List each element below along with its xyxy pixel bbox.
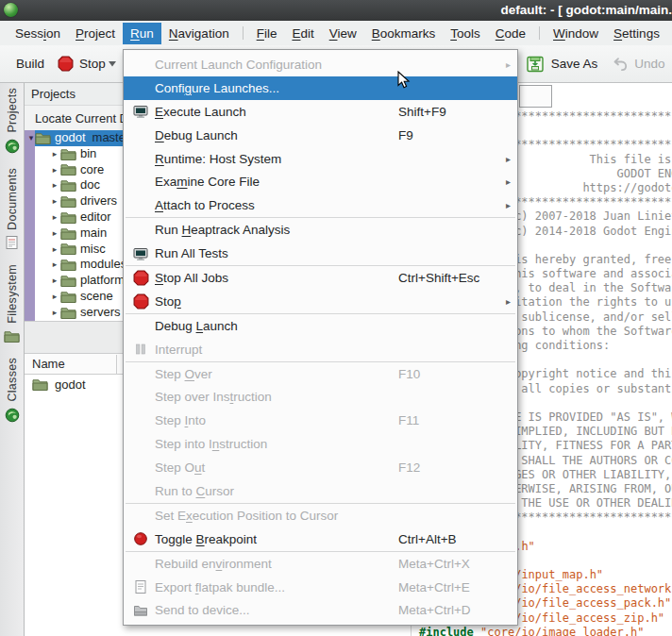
build-button[interactable]: Build (9, 51, 51, 76)
document-icon (130, 579, 151, 594)
sidebar-tab-documents[interactable]: Documents (5, 168, 19, 251)
menu-item-step-into-instruction[interactable]: Step into Instruction (124, 432, 517, 456)
menu-item-set-execution-position-to-cursor[interactable]: Set Execution Position to Cursor (124, 504, 517, 527)
expander-icon[interactable]: ▸ (49, 289, 60, 305)
sidebar-tab-label: Documents (6, 168, 19, 230)
sidebar-tab-label: Projects (6, 88, 19, 133)
submenu-arrow-icon: ▸ (506, 200, 511, 210)
submenu-arrow-icon: ▸ (506, 59, 511, 70)
menu-item-interrupt[interactable]: Interrupt (124, 338, 517, 361)
menu-item-label: Run All Tests (155, 246, 228, 260)
menu-shortcut: Meta+Ctrl+D (398, 603, 471, 617)
undo-button[interactable]: Undo (604, 50, 671, 78)
expander-icon[interactable]: ▸ (49, 162, 60, 178)
save-as-icon (526, 55, 546, 74)
menu-item-label: Run to Cursor (155, 484, 234, 498)
menubar-item-code[interactable]: Code (488, 23, 533, 44)
stop-icon (130, 293, 151, 310)
menubar-item-edit[interactable]: Edit (284, 23, 321, 44)
menu-item-export-flatpak-bundle[interactable]: Export flatpak bundle...Meta+Ctrl+E (124, 576, 517, 599)
pause-icon (130, 342, 151, 357)
expander-icon[interactable]: ▸ (49, 177, 60, 193)
expander-icon[interactable]: ▸ (49, 193, 60, 209)
sidebar-tab-filesystem[interactable]: Filesystem (4, 264, 20, 343)
menubar-item-window[interactable]: Window (546, 23, 606, 44)
toolview-sidebar: Projects Documents Filesystem Classes (0, 83, 25, 636)
expander-icon[interactable]: ▸ (49, 209, 60, 226)
menu-item-label: Step into Instruction (155, 437, 267, 451)
tree-item-label: editor (80, 209, 111, 226)
menu-shortcut: Shift+F9 (398, 105, 446, 119)
menu-item-label: Examine Core File (155, 175, 260, 189)
vcs-branch-strip (25, 130, 35, 321)
menu-item-stop[interactable]: Stop▸ (124, 290, 517, 313)
tree-item-label: modules (80, 257, 126, 273)
menubar-item-project[interactable]: Project (68, 23, 123, 44)
menu-item-label: Toggle Breakpoint (155, 532, 257, 546)
mouse-cursor (397, 71, 411, 90)
menu-item-attach-to-process[interactable]: Attach to Process▸ (124, 193, 517, 217)
undo-button-label: Undo (634, 57, 664, 71)
expander-icon[interactable]: ▸ (49, 257, 60, 273)
menu-item-label: Step Out (155, 460, 205, 475)
menu-item-label: Export flatpak bundle... (155, 580, 285, 594)
expander-icon[interactable]: ▸ (49, 146, 60, 162)
menu-item-label: Run Heaptrack Analysis (155, 223, 290, 237)
menu-item-step-out[interactable]: Step OutF12 (124, 456, 517, 479)
folder-green-icon (60, 290, 76, 304)
menubar-item-tools[interactable]: Tools (443, 23, 488, 44)
expander-icon[interactable]: ▸ (49, 226, 60, 242)
expander-icon[interactable]: ▸ (49, 305, 60, 321)
menu-item-current-launch-configuration[interactable]: Current Launch Configuration▸ (124, 53, 517, 76)
menu-item-execute-launch[interactable]: Execute LaunchShift+F9 (124, 100, 517, 124)
menubar-item-bookmarks[interactable]: Bookmarks (364, 23, 444, 44)
menu-item-step-over-instruction[interactable]: Step over Instruction (124, 385, 517, 409)
submenu-arrow-icon: ▸ (506, 296, 511, 307)
expander-icon[interactable]: ▸ (49, 273, 60, 289)
folder-green-icon (60, 242, 76, 256)
menubar-item-file[interactable]: File (249, 23, 285, 44)
menu-item-run-all-tests[interactable]: Run All Tests (124, 242, 517, 265)
title-bar: default: - [ godot:main/main. (0, 0, 672, 21)
folder-gray-icon (130, 603, 151, 618)
tree-item-label: scene (80, 289, 113, 305)
menu-item-run-heaptrack-analysis[interactable]: Run Heaptrack Analysis (124, 218, 517, 242)
menu-item-examine-core-file[interactable]: Examine Core File▸ (124, 170, 517, 193)
monitor-icon (130, 104, 151, 119)
menu-item-rebuild-environment[interactable]: Rebuild environmentMeta+Ctrl+X (124, 552, 517, 576)
tree-item-label: servers (80, 305, 121, 321)
menu-item-send-to-device[interactable]: Send to device...Meta+Ctrl+D (124, 598, 517, 622)
menubar-item-settings[interactable]: Settings (606, 23, 667, 44)
column-divider[interactable] (116, 355, 117, 374)
menu-item-label: Send to device... (155, 603, 250, 617)
expander-icon[interactable]: ▸ (49, 242, 60, 258)
menu-item-toggle-breakpoint[interactable]: Toggle BreakpointCtrl+Alt+B (124, 527, 517, 551)
menu-shortcut: F11 (398, 413, 419, 427)
menu-shortcut: F9 (398, 128, 413, 142)
menubar-item-navigation[interactable]: Navigation (161, 23, 237, 44)
stop-dropdown-caret-icon[interactable] (109, 56, 116, 73)
editor-tab[interactable] (519, 85, 552, 108)
menu-item-step-over[interactable]: Step OverF10 (124, 362, 517, 386)
sidebar-tab-projects[interactable]: Projects (5, 88, 20, 154)
menu-item-configure-launches[interactable]: Configure Launches... (124, 76, 517, 100)
menu-item-label: Stop All Jobs (155, 271, 228, 285)
tree-item-label: platform (80, 273, 125, 289)
menubar-item-run[interactable]: Run (123, 23, 161, 44)
menubar-item-session[interactable]: Session (8, 23, 68, 44)
window-title: default: - [ godot:main/main. (501, 3, 672, 17)
menu-item-label: Attach to Process (155, 198, 255, 212)
menu-item-debug-launch[interactable]: Debug LaunchF9 (124, 124, 517, 147)
classes-tab-icon (5, 408, 20, 423)
expander-open-icon[interactable]: ▾ (25, 130, 37, 146)
menu-item-debug-launch[interactable]: Debug Launch (124, 314, 517, 338)
menu-item-step-into[interactable]: Step IntoF11 (124, 409, 517, 432)
save-as-button[interactable]: Save As (519, 49, 605, 79)
menu-item-stop-all-jobs[interactable]: Stop All JobsCtrl+Shift+Esc (124, 266, 517, 290)
sidebar-tab-classes[interactable]: Classes (5, 358, 20, 423)
app-icon[interactable] (4, 3, 18, 17)
menu-item-run-to-cursor[interactable]: Run to Cursor (124, 479, 517, 503)
stop-button[interactable]: Stop (51, 50, 123, 78)
menu-item-runtime-host-system[interactable]: Runtime: Host System▸ (124, 147, 517, 171)
menubar-item-view[interactable]: View (322, 23, 364, 44)
